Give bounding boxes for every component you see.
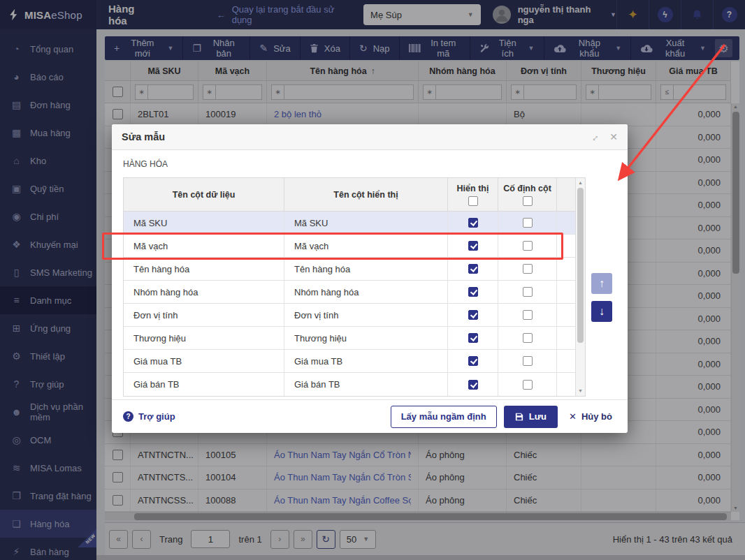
config-cell-data-name: Thương hiệu xyxy=(124,327,284,349)
config-cell-display-name: Mã vạch xyxy=(284,235,448,257)
config-cell-display-name: Mã SKU xyxy=(284,212,448,234)
config-cell-empty xyxy=(557,258,576,280)
move-down-button[interactable]: ↓ xyxy=(591,301,612,322)
help-icon: ? xyxy=(123,411,133,422)
config-cell-empty xyxy=(557,327,576,349)
fixed-checkbox[interactable] xyxy=(523,241,533,251)
visible-checkbox[interactable] xyxy=(468,310,478,320)
config-cell-data-name: Đơn vị tính xyxy=(124,304,284,326)
modal-title: Sửa mẫu xyxy=(122,131,165,142)
modal-scrollbar[interactable]: ▲ ▼ xyxy=(575,178,585,396)
col-header-data-name: Tên cột dữ liệu xyxy=(124,178,284,211)
fixed-checkbox[interactable] xyxy=(523,218,533,228)
visible-checkbox[interactable] xyxy=(468,241,478,251)
visible-checkbox[interactable] xyxy=(468,333,478,343)
close-icon[interactable]: ✕ xyxy=(609,131,618,142)
col-header-empty xyxy=(557,178,576,211)
config-cell-display-name: Nhóm hàng hóa xyxy=(284,281,448,303)
default-template-button[interactable]: Lấy mẫu ngầm định xyxy=(391,406,497,428)
config-cell-empty xyxy=(557,350,576,372)
scroll-down-arrow-icon[interactable]: ▼ xyxy=(578,388,583,394)
config-cell-empty xyxy=(557,281,576,303)
config-cell-data-name: Mã vạch xyxy=(124,235,284,257)
save-button[interactable]: Lưu xyxy=(504,406,558,428)
config-cell-display-name: Tên hàng hóa xyxy=(284,258,448,280)
config-cell-data-name: Giá bán TB xyxy=(124,373,284,396)
config-cell-visible xyxy=(448,304,498,326)
save-icon xyxy=(515,413,523,421)
config-cell-fixed xyxy=(498,350,557,372)
config-cell-fixed xyxy=(498,235,557,257)
config-table-header: Tên cột dữ liệu Tên cột hiển thị Hiển th… xyxy=(124,178,585,212)
config-cell-empty xyxy=(557,212,576,234)
fixed-checkbox[interactable] xyxy=(523,356,533,366)
edit-template-modal: Sửa mẫu ↔ ✕ HÀNG HÓA Tên cột dữ liệu Tên… xyxy=(112,124,628,433)
config-cell-fixed xyxy=(498,258,557,280)
config-cell-fixed xyxy=(498,281,557,303)
move-up-button[interactable]: ↑ xyxy=(591,273,612,294)
config-cell-visible xyxy=(448,281,498,303)
config-cell-visible xyxy=(448,327,498,349)
config-cell-display-name: Đơn vị tính xyxy=(284,304,448,326)
modal-body: HÀNG HÓA Tên cột dữ liệu Tên cột hiển th… xyxy=(112,150,628,399)
fixed-checkbox[interactable] xyxy=(523,333,533,343)
fixed-checkbox[interactable] xyxy=(523,287,533,297)
config-row-gia-mua-tb[interactable]: Giá mua TBGiá mua TB xyxy=(124,350,585,373)
modal-footer: ? Trợ giúp Lấy mẫu ngầm định Lưu ✕ Hủy b… xyxy=(112,399,628,433)
config-cell-fixed xyxy=(498,212,557,234)
config-cell-empty xyxy=(557,373,576,396)
fixed-checkbox[interactable] xyxy=(523,380,533,390)
col-header-visible: Hiển thị xyxy=(448,178,498,211)
config-cell-empty xyxy=(557,235,576,257)
config-cell-fixed xyxy=(498,304,557,326)
row-move-controls: ↑ ↓ xyxy=(591,273,612,322)
cancel-button[interactable]: ✕ Hủy bỏ xyxy=(565,411,616,422)
config-cell-visible xyxy=(448,212,498,234)
config-row-nhom-hang-hoa[interactable]: Nhóm hàng hóaNhóm hàng hóa xyxy=(124,281,585,304)
config-cell-data-name: Giá mua TB xyxy=(124,350,284,372)
config-cell-data-name: Nhóm hàng hóa xyxy=(124,281,284,303)
modal-scroll-thumb[interactable] xyxy=(577,188,584,343)
config-row-don-vi-tinh[interactable]: Đơn vị tínhĐơn vị tính xyxy=(124,304,585,327)
scroll-up-arrow-icon[interactable]: ▲ xyxy=(578,180,583,186)
config-cell-display-name: Giá mua TB xyxy=(284,350,448,372)
config-cell-display-name: Giá bán TB xyxy=(284,373,448,396)
config-row-ten-hang-hoa[interactable]: Tên hàng hóaTên hàng hóa xyxy=(124,258,585,281)
config-cell-visible xyxy=(448,373,498,396)
config-row-gia-ban-tb[interactable]: Giá bán TBGiá bán TB xyxy=(124,373,585,396)
config-cell-data-name: Tên hàng hóa xyxy=(124,258,284,280)
config-cell-fixed xyxy=(498,327,557,349)
config-cell-visible xyxy=(448,350,498,372)
config-cell-fixed xyxy=(498,373,557,396)
config-cell-visible xyxy=(448,258,498,280)
visible-checkbox[interactable] xyxy=(468,218,478,228)
col-header-display-name: Tên cột hiển thị xyxy=(284,178,448,211)
config-table-body: Mã SKUMã SKUMã vạchMã vạchTên hàng hóaTê… xyxy=(124,212,585,396)
visible-checkbox[interactable] xyxy=(468,264,478,274)
modal-header: Sửa mẫu ↔ ✕ xyxy=(112,124,628,150)
help-link[interactable]: ? Trợ giúp xyxy=(123,411,175,422)
select-all-fixed-checkbox[interactable] xyxy=(523,196,533,206)
visible-checkbox[interactable] xyxy=(468,380,478,390)
close-icon: ✕ xyxy=(569,411,577,422)
visible-checkbox[interactable] xyxy=(468,356,478,366)
fixed-checkbox[interactable] xyxy=(523,310,533,320)
modal-section-label: HÀNG HÓA xyxy=(123,159,616,169)
config-row-ma-vach[interactable]: Mã vạchMã vạch xyxy=(124,235,585,258)
column-config-table: Tên cột dữ liệu Tên cột hiển thị Hiển th… xyxy=(123,177,586,397)
visible-checkbox[interactable] xyxy=(468,287,478,297)
misa-eshop-app: MISAeShop ◔Tổng quan◕Báo cáo▤Đơn hàng▦Mu… xyxy=(0,0,745,560)
config-cell-empty xyxy=(557,304,576,326)
config-row-thuong-hieu[interactable]: Thương hiệuThương hiệu xyxy=(124,327,585,350)
expand-icon[interactable]: ↔ xyxy=(587,129,602,144)
config-cell-display-name: Thương hiệu xyxy=(284,327,448,349)
select-all-visible-checkbox[interactable] xyxy=(468,196,478,206)
config-row-ma-sku[interactable]: Mã SKUMã SKU xyxy=(124,212,585,235)
config-cell-visible xyxy=(448,235,498,257)
config-cell-data-name: Mã SKU xyxy=(124,212,284,234)
col-header-fixed: Cố định cột xyxy=(498,178,557,211)
fixed-checkbox[interactable] xyxy=(523,264,533,274)
